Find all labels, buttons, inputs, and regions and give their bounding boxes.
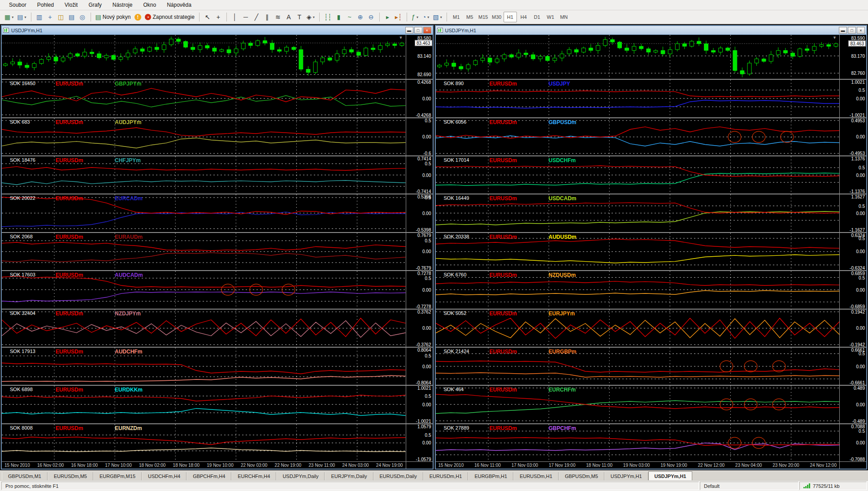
timeframe-button-d1[interactable]: D1: [530, 12, 544, 22]
trendline-button[interactable]: ╱: [251, 12, 262, 22]
minimize-button[interactable]: ▬: [405, 27, 413, 34]
menu-item-grafy[interactable]: Grafy: [83, 0, 107, 9]
indicator-scale[interactable]: 0.66610.50.00-0.6661: [839, 348, 866, 385]
chart-tab-eurusdm-h1[interactable]: EURUSDm,H1: [513, 472, 559, 480]
indicator-scale[interactable]: 0.50.00-0.6: [406, 118, 433, 155]
label-button[interactable]: T: [294, 12, 305, 22]
indicator-scale[interactable]: 0.72780.50.00-0.7278: [406, 271, 433, 308]
indicator-scale[interactable]: 0.63240.50.00-0.6324: [839, 233, 866, 270]
chart-tab-gbpusdm-m1[interactable]: GBPUSDm,M1: [2, 472, 48, 480]
time-strip[interactable]: 15 Nov 201016 Nov 11:0017 Nov 03:0017 No…: [436, 462, 840, 469]
strategy-tester-button[interactable]: ◎: [77, 12, 88, 22]
indicator-plot-area[interactable]: SOK 2068EURUSDmEURAUDm: [2, 233, 406, 270]
channel-button[interactable]: ∥: [262, 12, 273, 22]
indicator-scale[interactable]: 0.37620.00-0.3762: [406, 310, 433, 347]
chart-tab-eurgbpm-m15[interactable]: EURGBPm,M15: [93, 472, 142, 480]
timeframe-button-mn[interactable]: MN: [557, 12, 571, 22]
menu-item-npovda[interactable]: Nápověda: [161, 0, 197, 9]
menu-item-pohled[interactable]: Pohled: [32, 0, 59, 9]
indicator-scale[interactable]: 1.00210.50.00-1.0021: [406, 386, 433, 423]
indicator-scale[interactable]: 0.80640.50.00-0.8064: [406, 348, 433, 385]
crosshair-button[interactable]: +: [213, 12, 224, 22]
menu-item-nstroje[interactable]: Nástroje: [107, 0, 138, 9]
timeframe-button-m30[interactable]: M30: [490, 12, 503, 22]
indicator-plot-area[interactable]: SOK 464EURUSDmEURCHFm: [436, 386, 840, 423]
indicator-scale[interactable]: 0.53980.50.00-0.5398: [406, 194, 433, 232]
profiles-button[interactable]: ▤▾: [15, 12, 28, 22]
text-button[interactable]: A: [283, 12, 294, 22]
chart-tab-usdjpym-h1[interactable]: USDJPYm,H1: [648, 471, 693, 480]
close-button[interactable]: ×: [423, 27, 431, 34]
indicator-plot-area[interactable]: SOK 6760EURUSDmNZDUSDm: [436, 271, 840, 308]
window-titlebar[interactable]: USDJPYm,H1▬□×: [436, 26, 867, 35]
fibonacci-button[interactable]: ≋: [273, 12, 283, 22]
indicator-scale[interactable]: 0.76790.50.00-0.7679: [406, 233, 433, 270]
restore-button[interactable]: □: [414, 27, 422, 34]
indicator-plot-area[interactable]: SOK 6898EURUSDmEURDKKm: [2, 386, 406, 423]
vertical-line-button[interactable]: │: [230, 12, 240, 22]
cursor-button[interactable]: ↖: [202, 12, 213, 22]
chart-tab-usdjpym-daily[interactable]: USDJPYm,Daily: [276, 472, 325, 480]
window-titlebar[interactable]: USDJPYm,H1▬□×: [2, 26, 433, 35]
indicator-plot-area[interactable]: SOK 5052EURUSDmEURJPYm: [436, 310, 840, 347]
zoom-in-button[interactable]: ⊕: [355, 12, 366, 22]
horizontal-line-button[interactable]: ─: [240, 12, 251, 22]
price-scale[interactable]: 83.58083.14082.69083.463: [406, 35, 433, 79]
new-chart-button[interactable]: ▦▾: [3, 12, 15, 22]
new-order-button[interactable]: ▤Nový pokyn: [94, 12, 133, 22]
timeframe-button-h1[interactable]: H1: [503, 12, 517, 22]
indicator-scale[interactable]: 0.68590.50.00-0.6859: [839, 271, 866, 308]
indicator-scale[interactable]: 0.70880.50.00-0.7088: [839, 424, 866, 461]
navigator-button[interactable]: ◫: [56, 12, 66, 22]
timeframe-button-m1[interactable]: M1: [450, 12, 463, 22]
chart-tab-eurusdm-m5[interactable]: EURUSDm,M5: [48, 472, 93, 480]
line-chart-button[interactable]: ~: [344, 12, 355, 22]
indicator-plot-area[interactable]: SOK 8008EURUSDmEURNZDm: [2, 424, 406, 461]
indicator-scale[interactable]: 1.05790.50.00-1.0579: [406, 424, 433, 461]
expert-warning-button[interactable]: !: [132, 12, 143, 22]
indicator-plot-area[interactable]: SOK 27889EURUSDmGBPCHFm: [436, 424, 840, 461]
indicator-plot-area[interactable]: SOK 17913EURUSDmAUDCHFm: [2, 348, 406, 385]
enable-strategies-button[interactable]: ▪Zapnout strategie: [143, 12, 196, 22]
periods-button[interactable]: ◔▾: [421, 12, 431, 22]
timeframe-button-w1[interactable]: W1: [544, 12, 557, 22]
indicator-plot-area[interactable]: SOK 17014EURUSDmUSDCHFm: [436, 156, 840, 194]
candle-plot-area[interactable]: ▼: [436, 35, 840, 79]
chart-shift-button[interactable]: ▸┆: [393, 12, 404, 22]
candles-chart-button[interactable]: ▮: [334, 12, 344, 22]
timeframe-button-m15[interactable]: M15: [477, 12, 490, 22]
chart-tab-eurchfm-h4[interactable]: EURCHFm,H4: [231, 472, 276, 480]
indicator-plot-area[interactable]: SOK 21424EURUSDmEURGBPm: [436, 348, 840, 385]
templates-button[interactable]: ▧▾: [431, 12, 444, 22]
indicator-scale[interactable]: 0.4890.00-0.489: [839, 386, 866, 423]
minimize-button[interactable]: ▬: [839, 27, 847, 34]
menu-item-vloit[interactable]: Vložit: [59, 0, 83, 9]
shapes-button[interactable]: ◈▾: [305, 12, 317, 22]
chart-tab-gbpchfm-h4[interactable]: GBPCHFm,H4: [187, 472, 231, 480]
indicator-scale[interactable]: 1.00210.50.00-1.0021: [839, 80, 866, 117]
auto-scroll-button[interactable]: ▸: [382, 12, 393, 22]
indicator-plot-area[interactable]: SOK 16450EURUSDmGBPJPYm: [2, 80, 406, 117]
time-strip[interactable]: 15 Nov 201016 Nov 02:0016 Nov 18:0017 No…: [2, 462, 406, 469]
data-window-button[interactable]: +: [45, 12, 56, 22]
zoom-out-button[interactable]: ⊖: [366, 12, 377, 22]
indicator-plot-area[interactable]: SOK 17603EURUSDmAUDCADm: [2, 271, 406, 308]
close-button[interactable]: ×: [857, 27, 865, 34]
indicators-button[interactable]: ƒ▾: [410, 12, 421, 22]
restore-button[interactable]: □: [848, 27, 856, 34]
indicator-plot-area[interactable]: SOK 18476EURUSDmCHFJPYm: [2, 156, 406, 194]
timeframe-button-m5[interactable]: M5: [463, 12, 477, 22]
indicator-scale[interactable]: 0.19420.00-0.1942: [839, 310, 866, 347]
indicator-scale[interactable]: 0.42680.00-0.4268: [406, 80, 433, 117]
chart-tab-usdjpym-h1[interactable]: USDJPYm,H1: [604, 472, 648, 480]
chart-tab-eurusdm-h1[interactable]: EURUSDm,H1: [423, 472, 469, 480]
indicator-plot-area[interactable]: SOK 6056EURUSDmGBPUSDm: [436, 118, 840, 155]
indicator-plot-area[interactable]: SOK 20338EURUSDmAUDUSDm: [436, 233, 840, 270]
indicator-plot-area[interactable]: SOK 16449EURUSDmUSDCADm: [436, 194, 840, 232]
indicator-plot-area[interactable]: SOK 20022EURUSDmEURCADm: [2, 194, 406, 232]
chart-tab-eurusdm-daily[interactable]: EURUSDm,Daily: [373, 472, 423, 480]
indicator-plot-area[interactable]: SOK 32404EURUSDmNZDJPYm: [2, 310, 406, 347]
chart-tab-eurjpym-daily[interactable]: EURJPYm,Daily: [325, 472, 373, 480]
indicator-scale[interactable]: 0.74140.50.00-0.7414: [406, 156, 433, 194]
indicator-plot-area[interactable]: SOK 890EURUSDmUSDJPY: [436, 80, 840, 117]
